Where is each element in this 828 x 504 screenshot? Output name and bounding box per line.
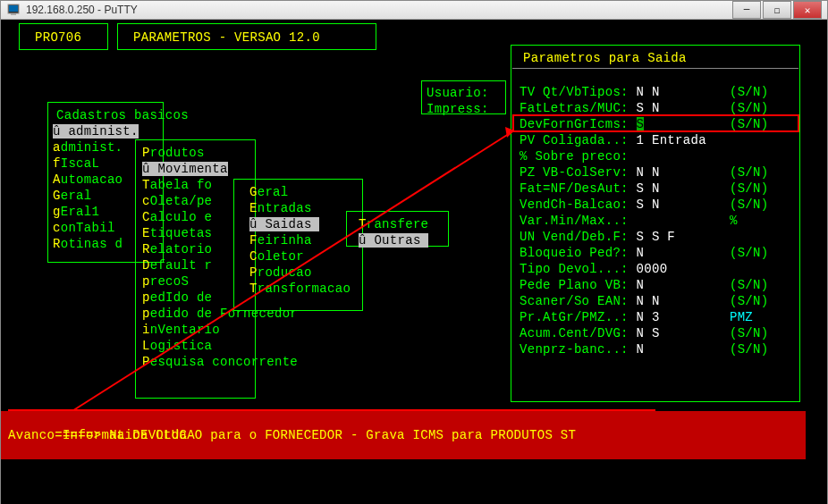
svg-rect-2 xyxy=(11,13,16,15)
menu1-item[interactable]: conTabil xyxy=(53,220,115,236)
param-label: Venprz-banc..: xyxy=(520,342,637,357)
menu1-item[interactable]: fIscaL xyxy=(53,155,99,172)
param-label: Var.Min/Max..: xyxy=(520,214,637,228)
menu4-item[interactable]: Transfere xyxy=(359,216,428,232)
menu2-item[interactable]: Pesquisa concorrente xyxy=(142,354,298,370)
menu2-item[interactable]: Calculo e xyxy=(142,209,212,225)
param-row[interactable]: Scaner/So EAN: N N (S/N) xyxy=(520,293,768,309)
param-label: VendCh-Balcao: xyxy=(520,197,637,212)
param-label: % Sobre preco: xyxy=(520,149,637,164)
impress-label: Impress: xyxy=(427,101,489,117)
param-label: DevFornGrIcms: xyxy=(520,117,637,131)
menu2-item[interactable]: pedIdo de xyxy=(142,290,212,306)
param-row[interactable]: Venprz-banc..: N (S/N) xyxy=(520,341,768,357)
param-value: N xyxy=(637,342,645,357)
svg-rect-1 xyxy=(9,5,18,12)
minimize-button[interactable]: ─ xyxy=(732,1,761,19)
param-suffix: (S/N) xyxy=(730,294,769,308)
menu2-item[interactable]: cOleta/pe xyxy=(142,193,212,209)
param-suffix: (S/N) xyxy=(730,246,769,260)
param-row[interactable]: DevFornGrIcms: S (S/N) xyxy=(520,116,768,132)
param-label: Pede Plano VB: xyxy=(520,278,637,292)
close-button[interactable]: ✕ xyxy=(793,1,822,19)
param-value: S xyxy=(637,117,645,131)
param-suffix: (S/N) xyxy=(730,117,769,131)
maximize-button[interactable]: ☐ xyxy=(763,1,791,19)
menu2-item[interactable]: Produtos xyxy=(142,145,205,161)
param-suffix: (S/N) xyxy=(730,85,769,99)
menu3-item[interactable]: Feirinha xyxy=(249,232,312,248)
param-row[interactable]: FatLetras/MUC: S N (S/N) xyxy=(520,100,768,116)
menu2-item[interactable]: inVentario xyxy=(142,322,220,338)
menu1-item[interactable]: administ. xyxy=(53,139,123,155)
param-value: N xyxy=(637,246,645,260)
menu2-item[interactable]: û Movimenta xyxy=(142,161,228,177)
param-row[interactable]: Var.Min/Max..: % xyxy=(520,213,738,229)
menu1-item[interactable]: gEral1 xyxy=(53,204,99,220)
menu3-item[interactable]: Geral xyxy=(249,184,289,200)
menu2-item[interactable]: Tabela fo xyxy=(142,177,212,193)
menu3-item[interactable]: Entradas xyxy=(249,200,312,216)
param-label: Bloqueio Ped?: xyxy=(520,246,637,260)
param-row[interactable]: Bloqueio Ped?: N (S/N) xyxy=(520,245,768,261)
param-row[interactable]: UN Vend/Deb.F: S S F xyxy=(520,229,730,245)
footer-text: Avanco Informatica Ltda xyxy=(8,427,187,443)
header-code: PRO706 xyxy=(35,29,81,46)
menu2-item[interactable]: Relatorio xyxy=(142,241,212,257)
param-row[interactable]: VendCh-Balcao: S N (S/N) xyxy=(520,197,768,213)
param-value: S N xyxy=(637,101,660,115)
param-row[interactable]: TV Qt/VbTipos: N N (S/N) xyxy=(520,84,768,100)
param-label: PV Coligada..: xyxy=(520,133,637,147)
param-row[interactable]: Tipo Devol...: 0000 xyxy=(520,261,730,277)
param-row[interactable]: Pede Plano VB: N (S/N) xyxy=(520,277,768,293)
param-suffix: (S/N) xyxy=(730,197,769,212)
param-row[interactable]: PZ VB-ColServ: N N (S/N) xyxy=(520,164,768,181)
window-title: 192.168.0.250 - PuTTY xyxy=(26,4,731,16)
menu1-item[interactable]: Automacao xyxy=(53,172,123,188)
param-label: TV Qt/VbTipos: xyxy=(520,85,637,99)
param-row[interactable]: Fat=NF/DesAut: S N (S/N) xyxy=(520,181,768,197)
menu1-title: Cadastros basicos xyxy=(56,107,189,123)
panel-divider xyxy=(512,68,798,69)
param-suffix: (S/N) xyxy=(730,278,769,292)
param-row[interactable]: Pr.AtGr/PMZ..: N 3 PMZ xyxy=(520,309,753,325)
param-row[interactable]: Acum.Cent/DVG: N S (S/N) xyxy=(520,325,768,341)
param-value: N N xyxy=(637,85,660,99)
param-label: Pr.AtGr/PMZ..: xyxy=(520,310,637,324)
param-value: 0000 xyxy=(637,262,668,276)
menu4-item[interactable]: û Outras xyxy=(359,232,428,248)
param-value: S N xyxy=(637,197,660,212)
menu2-item[interactable]: Logistica xyxy=(142,338,212,354)
terminal-area[interactable]: PRO706 PARAMETROS - VERSAO 12.0 Usuario:… xyxy=(1,20,827,504)
param-label: UN Vend/Deb.F: xyxy=(520,230,637,244)
menu1-item[interactable]: Rotinas d xyxy=(53,236,123,252)
param-value: S S F xyxy=(637,230,676,244)
menu3-item[interactable]: Coletor xyxy=(249,248,304,265)
header-title: PARAMETROS - VERSAO 12.0 xyxy=(133,29,320,46)
menu1-item[interactable]: Geral xyxy=(53,188,92,204)
param-suffix: (S/N) xyxy=(730,101,769,115)
param-value: 1 Entrada xyxy=(637,133,706,147)
param-label: PZ VB-ColServ: xyxy=(520,165,637,180)
menu3-item[interactable]: û Saidas xyxy=(249,216,319,232)
menu3-item[interactable]: Producao xyxy=(249,265,312,281)
param-row[interactable]: % Sobre preco: xyxy=(520,148,730,164)
menu2-item[interactable]: precoS xyxy=(142,273,189,290)
param-value: N S xyxy=(637,326,660,340)
param-value: N N xyxy=(637,165,660,180)
param-row[interactable]: PV Coligada..: 1 Entrada xyxy=(520,132,730,148)
menu2-item[interactable]: Etiquetas xyxy=(142,225,212,241)
menu1-item[interactable]: û administ. xyxy=(53,123,139,139)
param-suffix: (S/N) xyxy=(730,181,769,196)
param-value: S N xyxy=(637,181,660,196)
param-suffix: (S/N) xyxy=(730,326,769,340)
menu3-item[interactable]: Transformacao xyxy=(249,281,351,297)
param-label: FatLetras/MUC: xyxy=(520,101,637,115)
param-suffix: (S/N) xyxy=(730,165,769,180)
param-suffix: % xyxy=(730,214,738,228)
menu2-item[interactable]: Default r xyxy=(142,257,212,273)
param-value: N N xyxy=(637,294,660,308)
param-value: N xyxy=(637,278,645,292)
param-suffix: (S/N) xyxy=(730,342,769,357)
titlebar[interactable]: 192.168.0.250 - PuTTY ─ ☐ ✕ xyxy=(1,1,827,20)
